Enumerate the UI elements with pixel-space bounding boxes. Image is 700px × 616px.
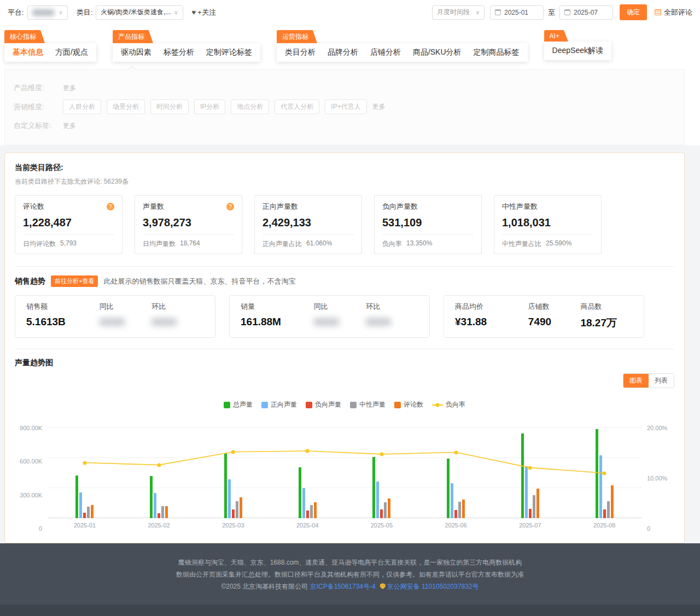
nav-tag-product-metrics: 产品指标 <box>113 30 153 43</box>
x-axis-label: 2025-08 <box>567 522 641 529</box>
tab-driving-factors[interactable]: 驱动因素 <box>121 48 151 57</box>
date-start-input[interactable]: 2025-01 <box>490 5 544 20</box>
line-point-2025-06[interactable] <box>454 450 458 454</box>
x-axis-label: 2025-05 <box>345 522 419 529</box>
filter-panel: 产品维度: 更多 营销维度: 人群分析 场景分析 时间分析 IP分析 地点分析 … <box>4 69 685 145</box>
tab-deepseek-interpretation[interactable]: DeepSeek解读 <box>552 46 603 56</box>
platform-select[interactable]: ∨ <box>27 5 68 20</box>
tab-custom-comment-labels[interactable]: 定制评论标签 <box>206 48 252 57</box>
legend-swatch <box>306 402 312 408</box>
y-tick: 600.00K <box>20 458 42 465</box>
tab-shop-analysis[interactable]: 店铺分析 <box>370 48 401 57</box>
filter-item-crowd-analysis[interactable]: 人群分析 <box>63 99 101 114</box>
y-tick: 0 <box>39 525 42 532</box>
icp-link[interactable]: 京ICP备15061734号-4 <box>310 583 376 590</box>
main-card: 当前类目路径: 当前类目路径下去除无效评论: 56239条 评论数 ? 1,22… <box>4 152 685 543</box>
footer-bottom-strip <box>0 605 700 616</box>
tab-product-sku-analysis[interactable]: 商品/SKU分析 <box>413 48 462 57</box>
footer-copyright-line: ©2025 北京淘幂科技有限公司 京ICP备15061734号-4京公网安备 1… <box>0 580 700 592</box>
more-button[interactable]: 更多 <box>63 121 76 131</box>
filter-label: 产品维度: <box>14 83 57 93</box>
tab-label-analysis[interactable]: 标签分析 <box>164 48 194 57</box>
legend-item-总声量[interactable]: 总声量 <box>224 400 253 409</box>
stat-yoy: 同比 <box>100 302 152 330</box>
tab-custom-product-labels[interactable]: 定制商品标签 <box>474 48 520 57</box>
filter-item-location-analysis[interactable]: 地点分析 <box>231 99 269 114</box>
tab-aspect-opinion[interactable]: 方面/观点 <box>55 48 88 57</box>
stat-shop-count: 店铺数 7490 <box>528 302 581 330</box>
help-icon[interactable]: ? <box>107 203 114 210</box>
legend-item-负向声量[interactable]: 负向声量 <box>306 400 341 409</box>
metric-sub-value: 61.060% <box>306 239 332 249</box>
stat-avg-price: 商品均价 ¥31.88 <box>455 302 528 330</box>
legend-item-正向声量[interactable]: 正向声量 <box>261 400 297 409</box>
all-comments-label: 全部评论 <box>664 8 692 17</box>
follow-button[interactable]: ♥ +关注 <box>192 8 216 17</box>
x-axis-label: 2025-03 <box>196 522 271 529</box>
legend-item-中性声量[interactable]: 中性声量 <box>350 400 386 409</box>
metric-sub-value: 13.350% <box>406 239 432 249</box>
confirm-button[interactable]: 确定 <box>620 4 647 20</box>
chart-plot <box>48 428 641 518</box>
nav-group-ai: AI+ DeepSeek解读 <box>544 30 611 62</box>
line-point-2025-04[interactable] <box>306 449 310 453</box>
x-axis-label: 2025-06 <box>419 522 493 529</box>
panel-caret <box>129 66 136 73</box>
filter-item-ip-analysis[interactable]: IP分析 <box>194 99 225 114</box>
more-button[interactable]: 更多 <box>372 102 386 112</box>
line-point-2025-01[interactable] <box>83 461 86 465</box>
tab-basic-info[interactable]: 基本信息 <box>13 48 43 57</box>
help-icon[interactable]: ? <box>226 203 234 210</box>
date-end-input[interactable]: 2025-07 <box>559 5 613 20</box>
negative-rate-line <box>48 428 641 518</box>
line-point-2025-05[interactable] <box>380 452 383 456</box>
legend-line-icon <box>432 404 443 406</box>
tab-brand-analysis[interactable]: 品牌分析 <box>328 48 358 57</box>
filter-item-scene-analysis[interactable]: 场景分析 <box>107 99 145 114</box>
tab-category-analysis[interactable]: 类目分析 <box>285 48 316 57</box>
x-axis-label: 2025-07 <box>493 522 568 529</box>
date-end-value: 2025-07 <box>574 9 598 16</box>
platform-label: 平台: <box>8 8 24 17</box>
chevron-down-icon: ∨ <box>476 9 480 15</box>
sales-trend-title: 销售趋势 <box>15 277 45 286</box>
x-axis-label: 2025-02 <box>122 522 196 529</box>
go-analyze-button[interactable]: 前往分析+查看 <box>51 275 98 287</box>
filter-item-ip-spokesperson[interactable]: IP+代言人 <box>325 99 366 114</box>
chart-view-toggle: 图表 列表 <box>623 373 674 388</box>
category-select[interactable]: 火锅/肉类/米饭类速食,... ∨ <box>96 5 183 20</box>
line-point-2025-08[interactable] <box>603 471 606 475</box>
all-comments-button[interactable]: 全部评论 <box>655 8 692 17</box>
toggle-chart-view[interactable]: 图表 <box>623 374 649 388</box>
gongan-link[interactable]: 京公网安备 11010502037832号 <box>387 583 479 590</box>
blurred-value <box>151 318 177 326</box>
content-zone: 当前类目路径: 当前类目路径下去除无效评论: 56239条 评论数 ? 1,22… <box>0 145 700 543</box>
blurred-value <box>100 318 125 326</box>
y-tick: 300.00K <box>20 492 42 498</box>
period-type-select[interactable]: 月度时间段 ∨ <box>432 5 485 20</box>
line-point-2025-02[interactable] <box>157 463 161 467</box>
category-path-title: 当前类目路径: <box>15 163 674 173</box>
metric-label: 正向声量数 <box>262 202 298 212</box>
line-point-2025-03[interactable] <box>231 450 235 454</box>
filter-item-spokesperson-analysis[interactable]: 代言人分析 <box>275 99 319 114</box>
metric-value: 1,228,487 <box>23 216 114 229</box>
more-button[interactable]: 更多 <box>63 84 76 93</box>
metric-sub-label: 正向声量占比 <box>262 239 302 249</box>
toggle-list-view[interactable]: 列表 <box>649 374 674 388</box>
y-tick: 0 <box>647 525 650 532</box>
comment-list-icon <box>655 9 661 15</box>
stat-mom: 环比 <box>366 302 418 330</box>
filter-item-time-analysis[interactable]: 时间分析 <box>150 99 189 114</box>
y-tick: 20.00% <box>647 425 667 431</box>
filter-label: 营销维度: <box>14 102 57 112</box>
metric-card-positive-volume: 正向声量数 2,429,133 正向声量占比 61.060% <box>254 195 362 254</box>
metric-sub-value: 25.590% <box>546 239 571 249</box>
line-point-2025-07[interactable] <box>528 466 532 470</box>
footer-line1: 魔镜洞察与淘宝、天猫、京东、1688.com、速卖通、亚马逊等电商平台无直接关联… <box>0 556 700 568</box>
legend-item-评论数[interactable]: 评论数 <box>394 400 423 409</box>
x-axis-label: 2025-01 <box>48 522 122 529</box>
legend-item-负向率[interactable]: 负向率 <box>432 400 465 409</box>
legend-swatch <box>261 402 268 408</box>
metric-card-comments: 评论数 ? 1,228,487 日均评论数 5,793 <box>15 195 122 254</box>
